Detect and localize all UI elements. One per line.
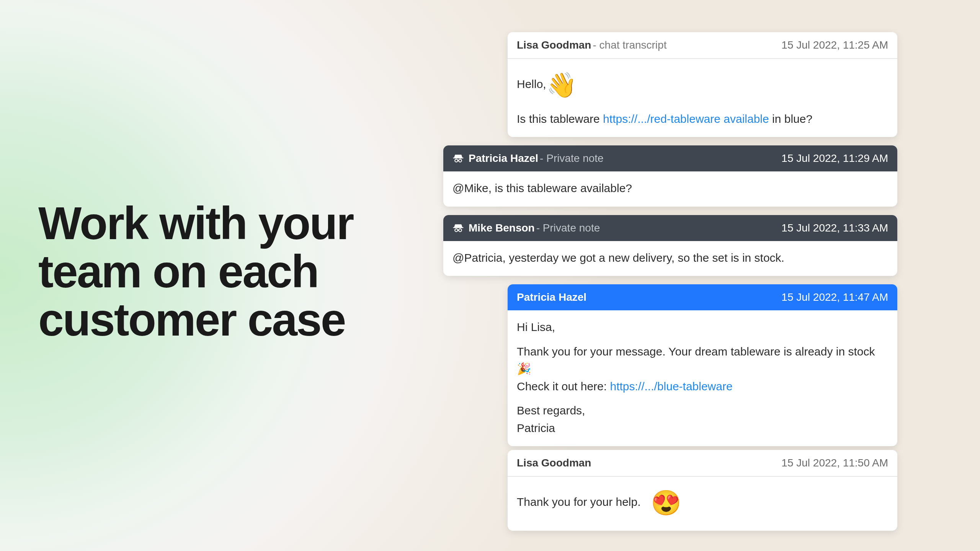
greeting-text: Hello,: [517, 78, 546, 90]
message-body: Thank you for your help. 😍: [508, 477, 897, 531]
reply-line-1: Thank you for your message. Your dream t…: [517, 345, 875, 358]
message-header: Patricia Hazel 15 Jul 2022, 11:47 AM: [508, 284, 897, 310]
message-header: Mike Benson - Private note 15 Jul 2022, …: [443, 215, 897, 241]
message-type-label: - chat transcript: [593, 39, 666, 51]
message-author: Mike Benson: [469, 222, 535, 234]
message-timestamp: 15 Jul 2022, 11:47 AM: [781, 291, 888, 303]
heart-eyes-emoji-icon: 😍: [651, 485, 681, 521]
party-emoji-icon: 🎉: [517, 360, 531, 377]
reply-link-prefix: Check it out here:: [517, 380, 610, 393]
message-card-customer-transcript: Lisa Goodman - chat transcript 15 Jul 20…: [508, 32, 897, 137]
reply-greeting: Hi Lisa,: [517, 319, 888, 336]
reply-signature: Patricia: [517, 420, 888, 437]
message-header: Patricia Hazel - Private note 15 Jul 202…: [443, 145, 897, 171]
message-text: @Mike, is this tableware available?: [452, 180, 888, 197]
message-timestamp: 15 Jul 2022, 11:33 AM: [781, 222, 888, 234]
message-body: @Patricia, yesterday we got a new delive…: [443, 241, 897, 276]
incognito-icon: [452, 153, 464, 164]
message-header: Lisa Goodman 15 Jul 2022, 11:50 AM: [508, 450, 897, 477]
message-author: Lisa Goodman: [517, 39, 591, 51]
message-type-label: - Private note: [536, 222, 600, 234]
message-text: @Patricia, yesterday we got a new delive…: [452, 249, 888, 266]
message-card-private-note: Mike Benson - Private note 15 Jul 2022, …: [443, 215, 897, 276]
message-body: Hello,👋 Is this tableware https://.../re…: [508, 59, 897, 137]
message-body: @Mike, is this tableware available?: [443, 171, 897, 207]
page-heading: Work with your team on each customer cas…: [38, 199, 353, 344]
message-card-customer-reply: Lisa Goodman 15 Jul 2022, 11:50 AM Thank…: [508, 450, 897, 531]
wave-emoji-icon: 👋: [546, 67, 577, 103]
message-timestamp: 15 Jul 2022, 11:29 AM: [781, 152, 888, 165]
heading-line-1: Work with your: [38, 199, 353, 247]
question-suffix: in blue?: [769, 112, 812, 125]
thanks-text: Thank you for your help.: [517, 496, 644, 508]
product-link[interactable]: https://.../blue-tableware: [610, 380, 732, 393]
reply-signoff: Best regards,: [517, 402, 888, 419]
message-author: Patricia Hazel: [517, 291, 586, 303]
message-timestamp: 15 Jul 2022, 11:25 AM: [781, 39, 888, 51]
conversation-stack: Lisa Goodman - chat transcript 15 Jul 20…: [443, 32, 897, 531]
incognito-icon: [452, 222, 464, 234]
message-author: Patricia Hazel: [469, 152, 538, 165]
message-timestamp: 15 Jul 2022, 11:50 AM: [781, 457, 888, 469]
heading-line-2: team on each: [38, 247, 353, 295]
message-body: Hi Lisa, Thank you for your message. You…: [508, 310, 897, 446]
message-type-label: - Private note: [540, 152, 604, 165]
message-author: Lisa Goodman: [517, 457, 591, 469]
message-header: Lisa Goodman - chat transcript 15 Jul 20…: [508, 32, 897, 59]
message-card-private-note: Patricia Hazel - Private note 15 Jul 202…: [443, 145, 897, 207]
product-link[interactable]: https://.../red-tableware available: [603, 112, 769, 125]
message-card-agent-reply: Patricia Hazel 15 Jul 2022, 11:47 AM Hi …: [508, 284, 897, 446]
heading-line-3: customer case: [38, 295, 353, 344]
question-prefix: Is this tableware: [517, 112, 603, 125]
